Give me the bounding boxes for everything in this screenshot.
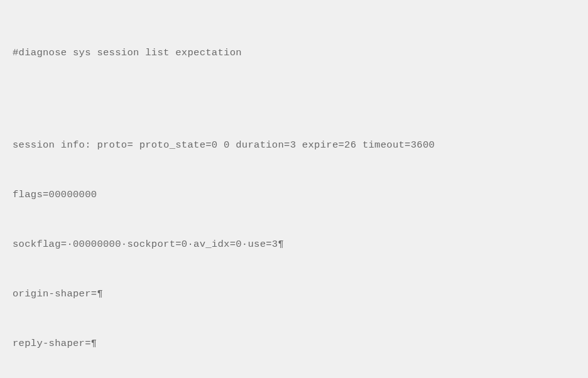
sockflag-line: sockflag=·00000000·sockport=0·av_idx=0·u… [13, 236, 575, 252]
session-info-line: session info: proto= proto_state=0 0 dur… [13, 137, 575, 153]
origin-shaper-line: origin-shaper=¶ [13, 286, 575, 302]
command-line: #diagnose sys session list expectation [13, 45, 575, 61]
terminal-output: #diagnose sys session list expectation s… [13, 11, 575, 378]
reply-shaper-line: reply-shaper=¶ [13, 335, 575, 352]
blank-line [13, 94, 575, 104]
flags-line: flags=00000000 [13, 186, 575, 203]
